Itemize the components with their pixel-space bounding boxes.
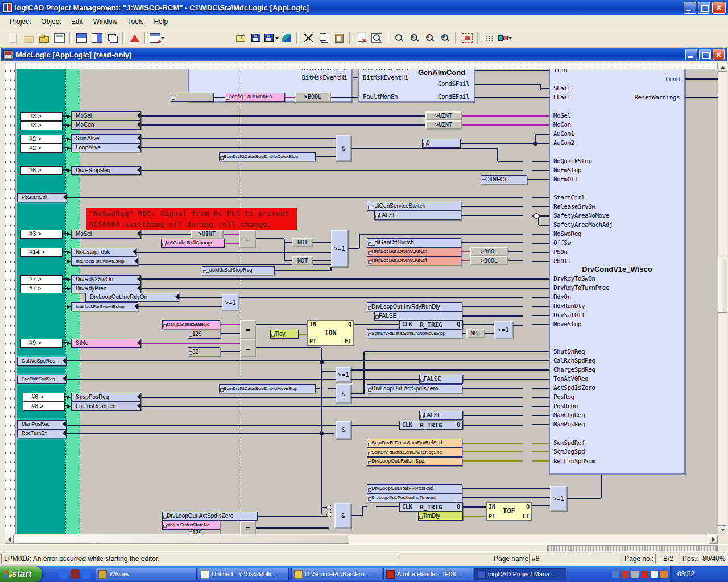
child-close-button[interactable]: × (713, 49, 725, 60)
task-button-d-sourceprobas-fro[interactable]: D:\SourceProBas\Fro... (291, 568, 382, 580)
horizontal-scrollbar[interactable] (5, 535, 718, 544)
zoomq-button[interactable] (407, 31, 422, 45)
interlockforswoatestop[interactable]: InterlockForSwoAtEstop (71, 302, 138, 311)
scmdrvrtdata-scmdrvnoquickstop[interactable]: ScmDrvRtData.ScmDrvNoQuickStop (219, 152, 316, 161)
block-input-mosel[interactable]: MoSel (553, 112, 571, 120)
drvloopout-invrdyon[interactable]: DrvLoopOut.InvRdyOn (85, 293, 179, 302)
129[interactable]: 129 (188, 530, 220, 534)
mocon[interactable]: MoCon (71, 120, 141, 130)
block-input-actspdiszero[interactable]: ActSpdIsZero (553, 384, 595, 392)
block-input-rdyon[interactable]: RdyOn (553, 293, 571, 301)
block-input-calrchspdreq[interactable]: CalRchSpdReq (553, 357, 595, 365)
block-input-aucom2[interactable]: AuCom2 (553, 139, 574, 147)
block-input-rdyrundly[interactable]: RdyRunDly (553, 302, 585, 310)
domdcsafstopreq[interactable]: _doMdcSafStopReq (202, 266, 275, 275)
block-input-safetyareanomove[interactable]: SafetyAreaNoMove (553, 212, 609, 220)
page-ref-3[interactable]: #3 > (20, 121, 63, 130)
block-input-reflinspdsum[interactable]: RefLinSpdSum (553, 458, 595, 465)
spspposreq[interactable]: SpspPosReq (71, 393, 141, 402)
up-button[interactable] (233, 31, 248, 45)
page-ref-7[interactable]: #7 > (20, 284, 63, 293)
page-ref-7[interactable]: #7 > (20, 275, 63, 284)
noestopfdbk[interactable]: NoEstopFdbk (71, 248, 136, 257)
pen-button[interactable] (279, 31, 294, 45)
block-input-chargespdreq[interactable]: ChargeSpdReq (553, 366, 595, 374)
drvrdy2swon[interactable]: DrvRdy2SwOn (71, 275, 141, 284)
item[interactable]: = (240, 521, 256, 534)
block-output-condefail[interactable]: CondEFail (358, 93, 469, 101)
1[interactable]: >=1 (494, 321, 513, 339)
scroll-up-button[interactable] (718, 63, 727, 72)
block-input-drvrdytoturnprec[interactable]: DrvRdyToTurnPrec (553, 284, 609, 292)
scmdrvrtdata-scmdrvnomovestop[interactable]: ScmDrvRtData.ScmDrvNoMoveStop (219, 384, 316, 393)
child-minimize-button[interactable] (685, 49, 697, 60)
drvrdyprec[interactable]: DrvRdyPrec (71, 284, 141, 293)
uint[interactable]: >UINT (191, 230, 224, 239)
casc-button[interactable] (105, 31, 120, 45)
start-button[interactable]: start (0, 566, 42, 582)
drvloopout-actspdiszero[interactable]: DrvLoopOut.ActSpdIsZero (367, 384, 462, 393)
task-button-untitled-y-datarolli[interactable]: Untitled - Y:\DataRolli... (198, 568, 289, 580)
false[interactable]: FALSE (419, 411, 463, 420)
status-statusstateno[interactable]: status.StatusStateNo (162, 320, 220, 329)
not[interactable]: NOT (292, 238, 313, 247)
1[interactable]: >=1 (222, 294, 239, 311)
block-input-posrchd[interactable]: PosRchd (553, 402, 578, 410)
task-button-wtview[interactable]: Wtview (96, 568, 197, 580)
block-input-noemoff[interactable]: NoEmOff (553, 176, 578, 184)
uint[interactable]: >UINT (425, 111, 462, 120)
block-output-bitmskeventlo[interactable]: BitMskEventLo (188, 69, 347, 73)
tray-icon[interactable] (651, 571, 658, 578)
bool[interactable]: >BOOL (470, 247, 508, 256)
drvloopout-reflinspd[interactable]: DrvLoopOut.RefLinSpd (367, 457, 462, 466)
block-input-noquickstop[interactable]: NoQuickStop (553, 157, 592, 165)
hmilocbut-drvinvbutoff[interactable]: HmiLocBut.DrvInvButOff (367, 256, 461, 265)
block-output-bitmskeventhi[interactable]: BitMskEventHi (188, 74, 347, 82)
oltneoff[interactable]: OltNEOff (481, 175, 527, 184)
tof-block[interactable]: TOFINQPTET (486, 502, 532, 521)
scmalive[interactable]: ScmAlive (71, 134, 141, 143)
page-ref-14[interactable]: #14 > (20, 248, 63, 257)
winplus-button[interactable] (149, 31, 164, 45)
scmdrvrtdata-scmdrvrefjogspd[interactable]: ScmDrvRtData.ScmDrvRefJogSpd (367, 448, 462, 457)
menu-project[interactable]: Project (5, 16, 36, 27)
openf-button[interactable] (36, 31, 52, 45)
menu-tools[interactable]: Tools (122, 16, 148, 27)
block-input-pboff[interactable]: PbOff (553, 257, 571, 265)
task-button-adobe-reader-e06[interactable]: Adobe Reader - [E06... (383, 568, 473, 580)
not[interactable]: NOT (466, 329, 485, 338)
block-input-startctrl[interactable]: StartCtrl (553, 194, 585, 202)
findw-button[interactable] (369, 31, 384, 45)
mosel[interactable]: MoSel (71, 111, 141, 120)
block-input-drvsafoff[interactable]: DrvSafOff (553, 311, 585, 319)
maximize-button[interactable] (698, 2, 710, 14)
block-input-tenatv0req[interactable]: TenAtV0Req (553, 375, 588, 383)
warn-button[interactable] (127, 31, 142, 45)
vertical-scroll-thumb[interactable] (718, 259, 727, 313)
0[interactable]: 0 (422, 139, 461, 148)
vertical-scrollbar[interactable] (718, 63, 727, 534)
block-input-aucom1[interactable]: AuCom1 (553, 130, 574, 138)
block-input-scmspdref[interactable]: ScmSpdRef (553, 439, 585, 447)
item[interactable]: = (239, 230, 256, 248)
copy-button[interactable] (316, 31, 332, 45)
page-ref-3[interactable]: #3 > (20, 112, 63, 121)
page-ref-6[interactable]: #6 > (23, 393, 65, 402)
page-ref-2[interactable]: #2 > (20, 135, 63, 144)
minimize-button[interactable] (684, 2, 696, 14)
digenoffswitch[interactable]: _diGenOffSwitch (367, 238, 461, 247)
conn-button[interactable] (497, 31, 512, 45)
block-input-mocon[interactable]: MoCon (553, 121, 571, 129)
1[interactable]: >=1 (336, 367, 351, 383)
block-input-noemstop[interactable]: NoEmStop (553, 167, 581, 174)
paste-button[interactable] (332, 31, 347, 45)
grid-button[interactable] (482, 31, 497, 45)
diagram-canvas[interactable]: BitMskEventLoBitMskEventHiBitMskEventLoB… (16, 69, 718, 534)
false[interactable]: FALSE (419, 375, 463, 384)
block-output-cond[interactable]: Cond (549, 76, 680, 84)
menu-help[interactable]: Help (148, 16, 173, 27)
zoomout-button[interactable] (437, 31, 453, 45)
horizontal-scroll-thumb[interactable] (14, 535, 349, 544)
tidy[interactable]: Tidy (270, 330, 299, 339)
block-input-trin[interactable]: TrIn (553, 69, 568, 74)
